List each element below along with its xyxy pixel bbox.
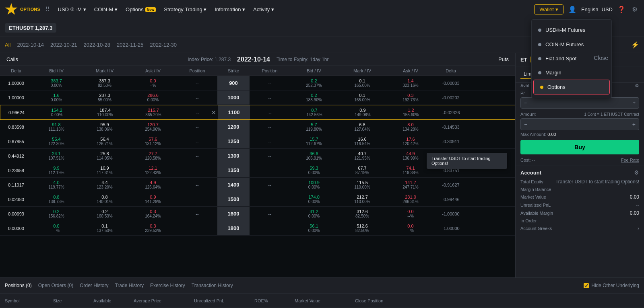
account-settings-icon[interactable]: ⚙: [634, 169, 639, 176]
call-ask-iv[interactable]: 286.6 0.00%: [129, 90, 177, 105]
put-mark-iv[interactable]: 512.6 82.50%: [338, 221, 386, 235]
nav-activity[interactable]: Activity ▾: [250, 5, 277, 14]
put-ask-iv[interactable]: 17.6 120.42%: [386, 134, 435, 148]
wallet-button[interactable]: Wallet ▾: [534, 4, 564, 14]
put-ask-iv[interactable]: 231.0 286.31%: [386, 192, 435, 206]
exercise-history-tab[interactable]: Exercise History: [150, 283, 185, 288]
call-mark-iv[interactable]: 95.9 138.06%: [80, 120, 129, 134]
call-mark-iv[interactable]: 56.4 126.71%: [80, 134, 129, 148]
call-mark-iv[interactable]: 387.3 82.50%: [80, 76, 129, 90]
put-mark-iv[interactable]: 16.6 116.54%: [338, 134, 386, 148]
call-mark-iv[interactable]: 0.8 140.01%: [80, 192, 129, 206]
nav-usd-m[interactable]: USDⓈ-M ▾: [55, 5, 89, 14]
profile-icon[interactable]: 👤: [567, 4, 578, 15]
call-ask-iv[interactable]: 12.1 122.43%: [129, 163, 177, 177]
grid-icon[interactable]: ⠿: [45, 6, 50, 13]
put-ask-iv[interactable]: 8.0 134.28%: [386, 120, 435, 134]
trade-history-tab[interactable]: Trade History: [115, 283, 144, 288]
settings-icon[interactable]: ⚙: [630, 4, 639, 15]
put-bid-iv[interactable]: 0.2 252.37%: [290, 76, 338, 90]
call-ask-iv[interactable]: 0.0 --%: [129, 76, 177, 90]
nav-coin-m[interactable]: COIN-M ▾: [91, 5, 121, 14]
fee-rate-link[interactable]: Fee Rate: [621, 158, 639, 162]
nav-options[interactable]: Options New: [122, 5, 159, 14]
transaction-history-tab[interactable]: Transaction History: [192, 283, 233, 288]
call-mark-iv[interactable]: 25.8 114.05%: [80, 149, 129, 163]
call-ask-iv[interactable]: 0.3 239.53%: [129, 221, 177, 235]
date-2022-11-25[interactable]: 2022-11-25: [117, 42, 144, 48]
amount-decrement-btn[interactable]: −: [521, 119, 530, 130]
call-mark-iv[interactable]: 287.3 55.00%: [80, 90, 129, 105]
call-bid-iv[interactable]: 0.0 --%: [32, 221, 80, 235]
put-ask-iv[interactable]: 141.7 247.71%: [386, 178, 435, 192]
price-input-field[interactable]: [530, 98, 630, 108]
price-increment-btn[interactable]: +: [630, 98, 639, 108]
put-bid-iv[interactable]: 0.2 183.90%: [290, 90, 338, 105]
put-mark-iv[interactable]: 0.9 149.08%: [339, 105, 387, 119]
call-ask-iv[interactable]: 120.7 254.96%: [129, 120, 177, 134]
amount-input-field[interactable]: [530, 119, 629, 129]
put-mark-iv[interactable]: 312.6 82.50%: [338, 207, 386, 221]
close-position-icon[interactable]: ✕: [211, 109, 216, 116]
order-history-tab[interactable]: Order History: [80, 283, 108, 288]
put-ask-iv[interactable]: 1.2 155.60%: [387, 105, 435, 119]
put-mark-iv[interactable]: 67.7 87.19%: [338, 163, 386, 177]
nav-strategy-trading[interactable]: Strategy Trading ▾: [161, 5, 210, 14]
hide-other-underlying-checkbox[interactable]: [584, 283, 589, 288]
call-bid-iv[interactable]: 383.7 0.00%: [32, 76, 80, 90]
put-ask-iv[interactable]: 1.4 323.16%: [386, 76, 435, 90]
call-mark-iv[interactable]: 0.2 160.53%: [80, 207, 129, 221]
call-bid-iv[interactable]: 24.1 107.51%: [32, 149, 80, 163]
buy-button[interactable]: Buy: [520, 140, 639, 154]
put-mark-iv[interactable]: 6.8 127.04%: [338, 120, 386, 134]
question-icon[interactable]: ❓: [616, 4, 627, 15]
call-ask-iv[interactable]: 215.7 365.20%: [129, 105, 178, 119]
put-ask-iv[interactable]: 0.0 --%: [386, 221, 435, 235]
call-bid-iv[interactable]: 55.4 122.30%: [32, 134, 80, 148]
call-bid-iv[interactable]: 0.8 138.73%: [32, 192, 80, 206]
call-bid-iv[interactable]: 9.9 112.19%: [32, 163, 80, 177]
call-bid-iv[interactable]: 0.2 156.82%: [32, 207, 80, 221]
call-bid-iv[interactable]: 91.8 111.13%: [32, 120, 80, 134]
put-ask-iv[interactable]: 0.0 --%: [386, 207, 435, 221]
put-mark-iv[interactable]: 212.7 110.00%: [338, 192, 386, 206]
put-bid-iv[interactable]: 36.6 106.91%: [290, 149, 338, 163]
put-bid-iv[interactable]: 5.7 119.80%: [290, 120, 338, 134]
price-decrement-btn[interactable]: −: [521, 98, 530, 108]
call-ask-iv[interactable]: 27.7 120.58%: [129, 149, 177, 163]
call-mark-iv[interactable]: 4.4 123.20%: [80, 178, 129, 192]
call-bid-iv[interactable]: 4.0 119.77%: [32, 178, 80, 192]
call-bid-iv[interactable]: 1.6 0.00%: [32, 90, 80, 105]
date-2022-10-21[interactable]: 2022-10-21: [50, 42, 77, 48]
call-ask-iv[interactable]: 57.6 131.12%: [129, 134, 177, 148]
put-mark-iv[interactable]: 0.1 165.00%: [338, 90, 386, 105]
avbl-settings-icon[interactable]: ⚙: [635, 83, 639, 88]
call-mark-iv[interactable]: 187.4 110.00%: [81, 105, 129, 119]
dropdown-margin[interactable]: Margin: [532, 66, 611, 80]
put-bid-iv[interactable]: 31.2 0.00%: [290, 207, 338, 221]
dropdown-coin-futures[interactable]: COIN-M Futures: [532, 37, 611, 51]
date-2022-10-14[interactable]: 2022-10-14: [17, 42, 44, 48]
call-ask-iv[interactable]: 4.9 126.64%: [129, 178, 177, 192]
put-bid-iv[interactable]: 174.0 0.00%: [290, 192, 338, 206]
call-mark-iv[interactable]: 0.1 137.50%: [80, 221, 129, 235]
dropdown-options[interactable]: Options: [533, 80, 610, 94]
put-mark-iv[interactable]: 40.7 121.95%: [338, 149, 386, 163]
date-2022-10-28[interactable]: 2022-10-28: [83, 42, 110, 48]
put-ask-iv[interactable]: 0.3 192.73%: [386, 90, 435, 105]
dropdown-close-button[interactable]: Close: [594, 55, 608, 61]
put-bid-iv[interactable]: 100.9 0.00%: [290, 178, 338, 192]
put-bid-iv[interactable]: 56.1 0.00%: [290, 221, 338, 235]
symbol-badge[interactable]: ETHUSDT 1,287.3: [5, 23, 56, 33]
call-mark-iv[interactable]: 10.9 117.31%: [80, 163, 129, 177]
call-ask-iv[interactable]: 0.3 164.24%: [129, 207, 177, 221]
filter-icon[interactable]: ⚡: [631, 41, 639, 49]
put-bid-iv[interactable]: 0.7 142.56%: [290, 105, 339, 119]
account-greeks-row[interactable]: Account Greeks ›: [520, 226, 639, 231]
put-mark-iv[interactable]: 0.1 165.00%: [338, 76, 386, 90]
put-bid-iv[interactable]: 59.3 0.00%: [290, 163, 338, 177]
positions-tab[interactable]: Positions (0): [5, 283, 32, 288]
amount-increment-btn[interactable]: +: [629, 119, 639, 130]
call-ask-iv[interactable]: 0.9 141.29%: [129, 192, 177, 206]
language-button[interactable]: English: [581, 6, 599, 12]
